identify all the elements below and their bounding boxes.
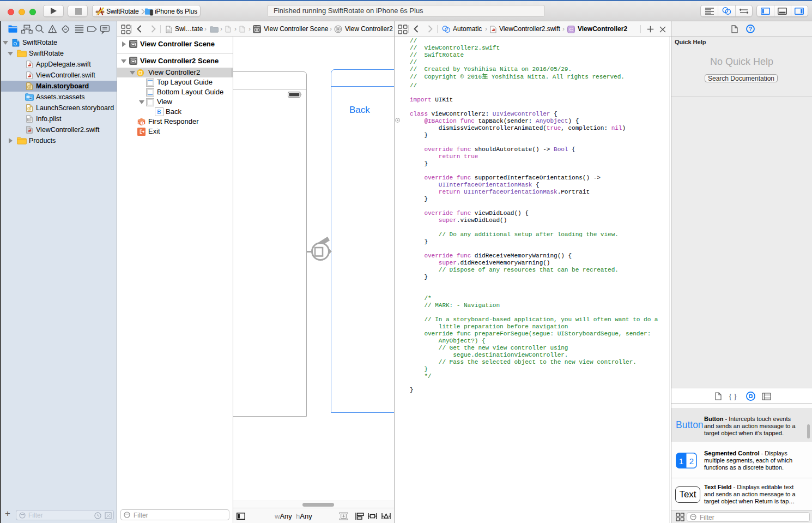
svg-text:2: 2: [689, 456, 694, 466]
svg-text:C: C: [569, 26, 573, 32]
svg-text:1: 1: [679, 456, 683, 466]
svg-text:B: B: [157, 109, 161, 115]
svg-text:?: ?: [749, 26, 752, 32]
